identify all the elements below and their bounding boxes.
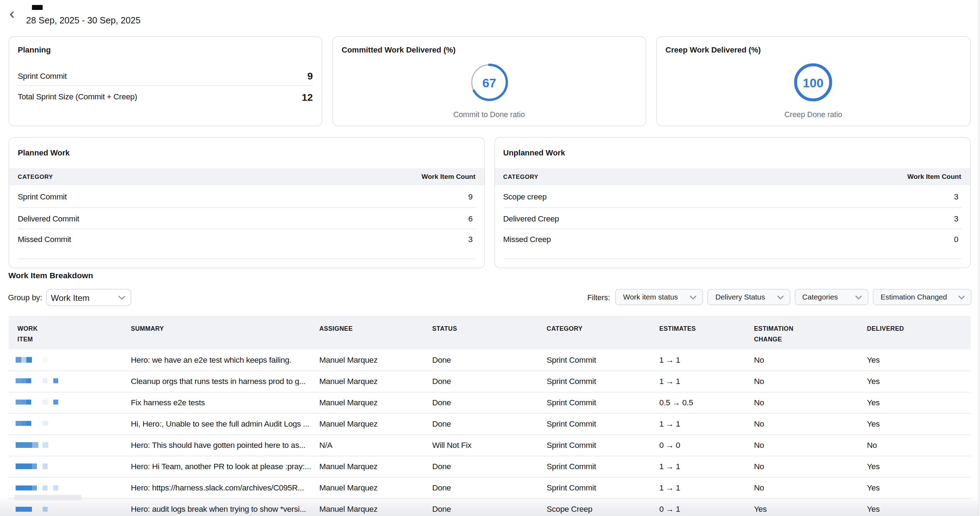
svg-text:67: 67 [482, 76, 496, 89]
svg-text:100: 100 [803, 76, 823, 89]
